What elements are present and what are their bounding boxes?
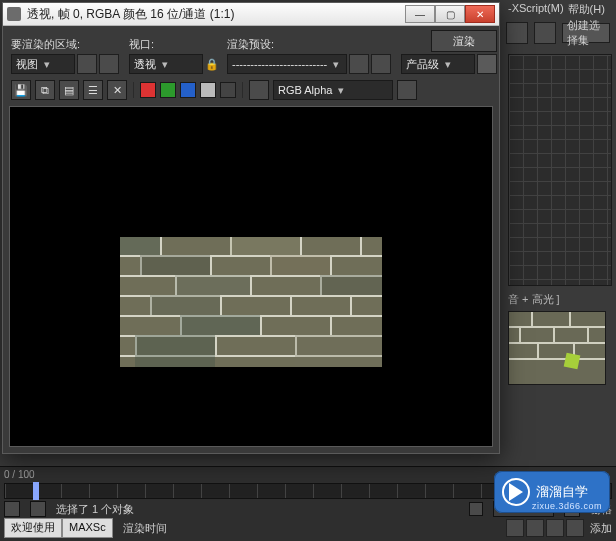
menu-maxscript[interactable]: -XScript(M) xyxy=(508,2,564,17)
save-image-btn[interactable]: 💾 xyxy=(11,80,31,100)
play-icon xyxy=(509,483,523,501)
production-dropdown[interactable]: 产品级 xyxy=(401,54,475,74)
viewport-label: 视口: xyxy=(129,37,217,52)
rendered-image xyxy=(120,237,382,367)
channel-green[interactable] xyxy=(160,82,176,98)
preset-save-btn[interactable] xyxy=(349,54,369,74)
selection-set-field[interactable]: 创建选择集 xyxy=(562,23,610,43)
area-region-btn[interactable] xyxy=(77,54,97,74)
minimize-button[interactable]: — xyxy=(405,5,435,23)
preset-dropdown[interactable]: -------------------------- xyxy=(227,54,347,74)
status-selection: 选择了 1 个对象 xyxy=(56,502,134,517)
lock-icon[interactable] xyxy=(469,502,483,516)
watermark-brand: 溜溜自学 xyxy=(536,485,588,499)
playback-btn-2[interactable] xyxy=(526,519,544,537)
area-crop-btn[interactable] xyxy=(99,54,119,74)
close-button[interactable]: ✕ xyxy=(465,5,495,23)
copy-image-btn[interactable]: ⧉ xyxy=(35,80,55,100)
host-tool-btn-2[interactable] xyxy=(534,22,556,44)
status-toggle-2[interactable] xyxy=(30,501,46,517)
gizmo-icon xyxy=(564,353,581,370)
playback-btn-3[interactable] xyxy=(546,519,564,537)
maximize-button[interactable]: ▢ xyxy=(435,5,465,23)
area-dropdown[interactable]: 视图 xyxy=(11,54,75,74)
playback-btn-1[interactable] xyxy=(506,519,524,537)
tab-maxscript[interactable]: MAXSc xyxy=(62,518,113,538)
window-title: 透视, 帧 0, RGBA 颜色 16 位/通道 (1:1) xyxy=(27,6,405,23)
viewport-dropdown[interactable]: 透视 xyxy=(129,54,203,74)
watermark-url: zixue.3d66.com xyxy=(532,501,602,511)
material-thumbnail[interactable] xyxy=(508,311,606,385)
render-button[interactable]: 渲染 xyxy=(431,30,497,52)
render-setup-btn[interactable] xyxy=(477,54,497,74)
add-label: 添加 xyxy=(590,521,612,536)
material-slot-label: 音 + 高光 ] xyxy=(508,292,612,307)
toggle-overlay-btn[interactable] xyxy=(249,80,269,100)
timeline-range: 0 / 100 xyxy=(4,469,35,480)
tab-welcome[interactable]: 欢迎使用 xyxy=(4,518,62,538)
app-icon xyxy=(7,7,21,21)
channel-blue[interactable] xyxy=(180,82,196,98)
host-tool-btn-1[interactable] xyxy=(506,22,528,44)
playback-btn-4[interactable] xyxy=(566,519,584,537)
clone-btn[interactable]: ▤ xyxy=(59,80,79,100)
area-label: 要渲染的区域: xyxy=(11,37,119,52)
render-viewport[interactable] xyxy=(9,106,493,447)
preset-label: 渲染预设: xyxy=(227,37,391,52)
status-toggle-1[interactable] xyxy=(4,501,20,517)
channel-dropdown[interactable]: RGB Alpha xyxy=(273,80,393,100)
channel-red[interactable] xyxy=(140,82,156,98)
right-grid-panel xyxy=(508,54,612,286)
watermark-badge: 溜溜自学 zixue.3d66.com xyxy=(494,471,610,513)
clear-btn[interactable]: ✕ xyxy=(107,80,127,100)
render-frame-window: 透视, 帧 0, RGBA 颜色 16 位/通道 (1:1) — ▢ ✕ 要渲染… xyxy=(2,2,500,454)
zoom-btn[interactable] xyxy=(397,80,417,100)
render-time-label: 渲染时间 xyxy=(123,521,167,536)
print-btn[interactable]: ☰ xyxy=(83,80,103,100)
timeline-cursor[interactable] xyxy=(33,482,39,500)
toolbar-sep-2 xyxy=(242,82,243,98)
channel-mono[interactable] xyxy=(220,82,236,98)
viewport-lock-icon[interactable]: 🔒 xyxy=(205,58,217,71)
preset-extra-btn[interactable] xyxy=(371,54,391,74)
toolbar-sep-1 xyxy=(133,82,134,98)
menu-help[interactable]: 帮助(H) xyxy=(568,2,605,17)
channel-alpha[interactable] xyxy=(200,82,216,98)
titlebar[interactable]: 透视, 帧 0, RGBA 颜色 16 位/通道 (1:1) — ▢ ✕ xyxy=(3,3,499,26)
